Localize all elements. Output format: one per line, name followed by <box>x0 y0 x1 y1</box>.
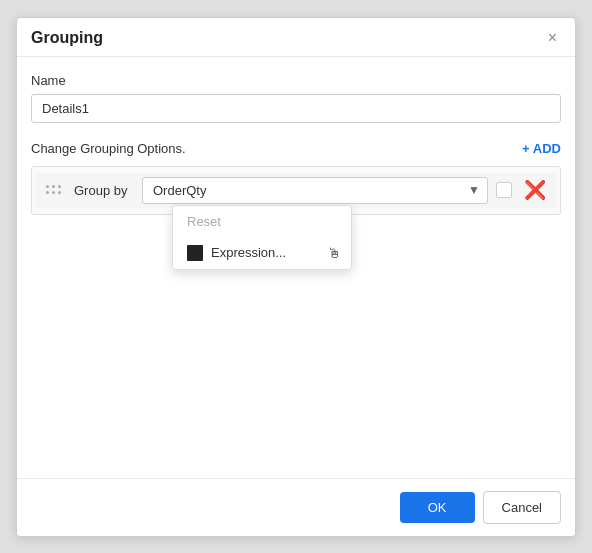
name-input[interactable] <box>31 94 561 123</box>
remove-icon: ❌ <box>524 181 546 199</box>
group-checkbox[interactable] <box>496 182 512 198</box>
field-select[interactable]: OrderQty <box>142 177 488 204</box>
group-row: Group by OrderQty ▼ ❌ <box>36 173 556 208</box>
grouping-dialog: Grouping × Name Change Grouping Options.… <box>16 17 576 537</box>
cancel-button[interactable]: Cancel <box>483 491 561 524</box>
dropdown-menu: Reset Expression... 🖱 <box>172 205 352 270</box>
grouping-area: Group by OrderQty ▼ ❌ Reset <box>31 166 561 215</box>
expression-label: Expression... <box>211 245 286 260</box>
remove-button[interactable]: ❌ <box>520 181 550 199</box>
group-by-label: Group by <box>74 183 134 198</box>
dialog-body: Name Change Grouping Options. + ADD <box>17 57 575 478</box>
drag-dots-icon <box>46 185 62 195</box>
select-wrapper: OrderQty ▼ <box>142 177 488 204</box>
dropdown-item-reset[interactable]: Reset <box>173 206 351 237</box>
close-button[interactable]: × <box>544 28 561 48</box>
ok-button[interactable]: OK <box>400 492 475 523</box>
drag-handle[interactable] <box>42 183 66 197</box>
section-header: Change Grouping Options. + ADD <box>31 141 561 156</box>
name-label: Name <box>31 73 561 88</box>
reset-label: Reset <box>187 214 221 229</box>
dialog-footer: OK Cancel <box>17 478 575 536</box>
dialog-header: Grouping × <box>17 18 575 57</box>
add-button[interactable]: + ADD <box>522 141 561 156</box>
dropdown-item-expression[interactable]: Expression... 🖱 <box>173 237 351 269</box>
cursor-icon: 🖱 <box>327 245 341 261</box>
expression-icon <box>187 245 203 261</box>
section-label: Change Grouping Options. <box>31 141 186 156</box>
dialog-title: Grouping <box>31 29 103 47</box>
